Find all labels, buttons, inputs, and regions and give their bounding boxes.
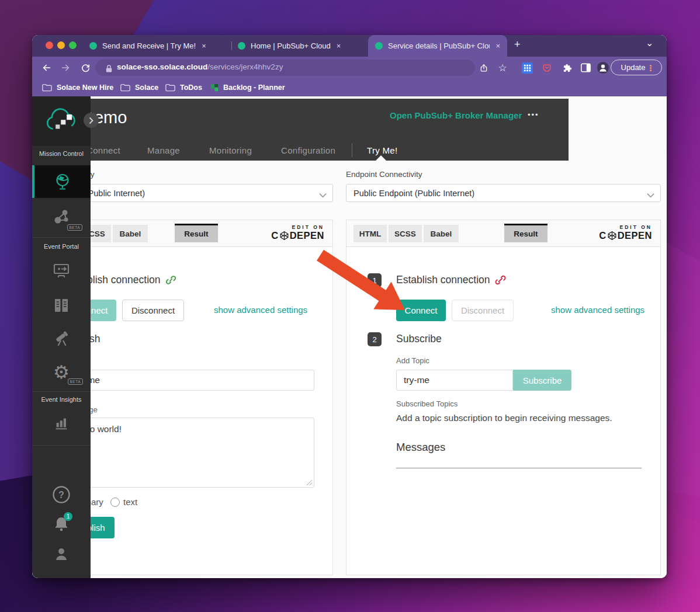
sidebar-item-cluster-manager[interactable]	[32, 165, 91, 198]
bookmark-planner[interactable]: Backlog - Planner	[210, 79, 285, 96]
event-insights-label: Event Insights	[32, 396, 91, 403]
open-broker-manager-link[interactable]: Open PubSub+ Broker Manager	[390, 110, 522, 120]
share-icon[interactable]	[477, 61, 490, 74]
bookmark-label: Solace	[135, 84, 158, 92]
tab-manage[interactable]: Manage	[147, 145, 180, 155]
new-tab-button[interactable]: +	[514, 39, 521, 51]
message-textarea[interactable]: Hello world!	[67, 418, 314, 488]
back-icon[interactable]	[40, 61, 53, 74]
topic-input[interactable]	[67, 370, 314, 391]
mission-control-sidebar: Mission Control	[32, 96, 91, 578]
text-radio[interactable]: text	[110, 497, 137, 507]
bookmarks-bar: Solace New Hire Solace ToDos Backlog - P…	[32, 79, 667, 96]
add-topic-label: Add Topic	[396, 356, 429, 365]
extensions-puzzle-icon[interactable]	[560, 61, 573, 74]
codepen-tab-babel[interactable]: Babel	[424, 225, 459, 242]
user-profile-button[interactable]	[32, 541, 91, 567]
endpoint-connectivity-value: Public Endpoint (Public Internet)	[354, 189, 474, 198]
disconnect-button[interactable]: Disconnect	[452, 300, 514, 321]
establish-connection-heading: Establish connection	[396, 274, 506, 286]
sidebar-divider	[32, 391, 91, 392]
bookmark-folder[interactable]: Solace	[120, 79, 158, 96]
designer-icon	[51, 262, 71, 280]
update-label: Update	[621, 63, 646, 72]
browser-tab[interactable]: Home | PubSub+ Cloud ×	[238, 35, 368, 57]
radio-icon[interactable]	[110, 498, 120, 507]
tab-search-chevron-icon[interactable]: ⌄	[646, 37, 653, 48]
browser-tab-active[interactable]: Service details | PubSub+ Clou ×	[368, 35, 507, 57]
sidebar-item-mesh-manager[interactable]: BETA	[32, 199, 91, 235]
solace-logo-block[interactable]	[32, 96, 91, 146]
active-tab-pointer	[376, 155, 386, 161]
maximize-window-button[interactable]	[69, 41, 77, 49]
codepen-tab-result[interactable]: Result	[175, 224, 218, 242]
tab-configuration[interactable]: Configuration	[281, 145, 335, 155]
codepen-tab-html[interactable]: HTML	[354, 225, 387, 242]
beta-badge: BETA	[68, 378, 84, 385]
browser-tab[interactable]: Send and Receive | Try Me! ×	[89, 35, 230, 57]
sidebar-item-designer[interactable]	[32, 256, 91, 286]
person-icon	[52, 545, 71, 564]
update-button[interactable]: Update •••	[611, 60, 662, 75]
bookmark-star-icon[interactable]: ☆	[496, 61, 509, 74]
mission-control-label: Mission Control	[32, 150, 91, 157]
add-topic-input[interactable]	[396, 370, 513, 391]
subscribe-button[interactable]: Subscribe	[513, 370, 571, 391]
codepen-tab-result[interactable]: Result	[504, 224, 547, 242]
side-panel-icon[interactable]	[579, 61, 592, 74]
beta-badge: BETA	[67, 224, 83, 231]
minimize-window-button[interactable]	[57, 41, 65, 49]
close-window-button[interactable]	[46, 41, 53, 49]
pocket-icon[interactable]	[540, 61, 553, 74]
sidebar-item-event-management[interactable]: ⚙ BETA	[32, 356, 91, 388]
service-header: Demo Open PubSub+ Broker Manager ••• Con…	[91, 99, 569, 161]
codepen-tab-scss[interactable]: SCSS	[389, 225, 422, 242]
codepen-logo[interactable]: EDIT ON CDEPEN	[271, 224, 324, 241]
menu-dots-icon: •••	[649, 64, 652, 71]
tab-favicon	[89, 42, 97, 50]
tab-monitoring[interactable]: Monitoring	[209, 145, 252, 155]
apps-grid-icon[interactable]	[521, 61, 533, 74]
step-1-badge: 1	[368, 273, 382, 287]
reload-icon[interactable]	[79, 61, 92, 74]
messages-heading: Messages	[396, 441, 445, 454]
desktop-wallpaper: Send and Receive | Try Me! × Home | PubS…	[0, 0, 700, 612]
show-advanced-settings-link[interactable]: show advanced settings	[214, 305, 307, 315]
sidebar-item-insights[interactable]	[32, 410, 91, 436]
sidebar-item-catalog[interactable]	[32, 290, 91, 321]
browser-tab-bar: Send and Receive | Try Me! × Home | PubS…	[32, 35, 667, 57]
disconnect-button[interactable]: Disconnect	[122, 300, 184, 321]
resize-grip-icon[interactable]	[306, 479, 313, 486]
catalog-books-icon	[52, 296, 71, 315]
solace-cloud-logo	[45, 105, 79, 137]
codepen-header: HTML SCSS Babel Result EDIT ON CDEPEN	[346, 220, 660, 247]
tab-try-me[interactable]: Try Me!	[367, 145, 397, 155]
header-menu-dots[interactable]: •••	[528, 110, 539, 119]
bookmark-folder[interactable]: ToDos	[165, 79, 202, 96]
codepen-logo[interactable]: EDIT ON CDEPEN	[599, 224, 652, 241]
event-portal-label: Event Portal	[32, 243, 91, 250]
sidebar-item-discovery[interactable]	[32, 323, 91, 353]
lock-icon[interactable]	[102, 62, 115, 75]
help-button[interactable]: ?	[32, 482, 91, 507]
notifications-button[interactable]: 1	[32, 511, 91, 537]
chevron-down-icon	[647, 190, 654, 200]
codepen-tab-babel[interactable]: Babel	[113, 225, 148, 242]
messages-divider	[396, 468, 642, 468]
show-advanced-settings-link[interactable]: show advanced settings	[551, 305, 644, 315]
tab-close-icon[interactable]: ×	[337, 41, 341, 50]
tab-connect[interactable]: Connect	[86, 145, 120, 155]
forward-icon[interactable]	[59, 61, 72, 74]
endpoint-connectivity-select-right[interactable]: Public Endpoint (Public Internet)	[346, 184, 661, 202]
tab-close-icon[interactable]: ×	[202, 41, 206, 50]
sidebar-collapse-chevron[interactable]	[84, 113, 99, 128]
tab-close-icon[interactable]: ×	[495, 41, 500, 50]
connect-button[interactable]: Connect	[396, 300, 446, 321]
subscribe-heading: Subscribe	[396, 333, 442, 345]
bookmark-folder[interactable]: Solace New Hire	[42, 79, 113, 96]
url-domain: solace-sso.solace.cloud	[117, 62, 207, 71]
profile-avatar[interactable]	[597, 61, 609, 74]
link-broken-icon	[495, 274, 506, 286]
url-text: solace-sso.solace.cloud/services/jerx4hh…	[117, 62, 283, 71]
edit-on-label: EDIT ON	[599, 224, 652, 230]
